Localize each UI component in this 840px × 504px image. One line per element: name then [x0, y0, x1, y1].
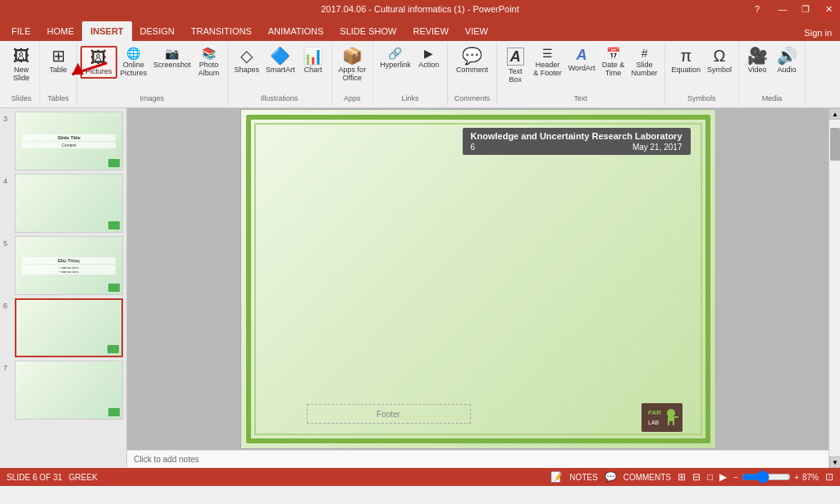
tables-group-items: ⊞ Table: [43, 44, 73, 93]
slide-thumbnail-4[interactable]: 4: [3, 174, 123, 233]
notes-label[interactable]: NOTES: [569, 473, 597, 482]
zoom-control[interactable]: − + 87%: [733, 470, 819, 484]
equation-icon: π: [680, 48, 692, 64]
chart-button[interactable]: 📊 Chart: [299, 46, 328, 75]
fit-to-window-icon[interactable]: ⊡: [825, 471, 833, 483]
slide-thumbnail-5[interactable]: 5 Εδώ Τίτλος • κάποιο item• κάποιο item: [3, 236, 123, 295]
scroll-track[interactable]: [829, 120, 840, 456]
audio-button[interactable]: 🔊 Audio: [772, 46, 801, 75]
right-scrollbar: ▲ ▼: [829, 108, 840, 468]
action-button[interactable]: ▶ Action: [414, 46, 444, 70]
text-box-button[interactable]: A TextBox: [500, 46, 530, 85]
close-button[interactable]: ✕: [817, 0, 840, 18]
slide-thumbnail-6[interactable]: 6: [3, 298, 123, 357]
slide-mini-dog-4: [108, 221, 120, 229]
video-icon: 🎥: [747, 48, 768, 64]
ribbon-group-slides: 🖼 NewSlide Slides: [3, 43, 40, 106]
images-group-items: 🖼 Pictures 🌐 OnlinePictures 📷 Screenshot…: [80, 44, 224, 93]
view-normal-icon[interactable]: ⊞: [678, 471, 686, 483]
tab-transitions[interactable]: TRANSITIONS: [183, 21, 260, 41]
slide-number-icon: #: [641, 48, 648, 59]
comment-button[interactable]: 💬 Comment: [453, 46, 491, 75]
view-slideshow-icon[interactable]: ▶: [719, 471, 727, 483]
scroll-thumb[interactable]: [830, 128, 840, 161]
notes-placeholder: Click to add notes: [134, 455, 199, 464]
slide-logo: FAR LAB: [641, 403, 682, 432]
slide-preview-7[interactable]: [15, 361, 123, 420]
ribbon-group-apps: 📦 Apps forOffice Apps: [332, 43, 374, 106]
new-slide-button[interactable]: 🖼 NewSlide: [7, 46, 36, 84]
maximize-button[interactable]: ❐: [794, 0, 817, 18]
equation-button[interactable]: π Equation: [669, 46, 705, 75]
svg-rect-9: [674, 416, 678, 418]
ribbon-group-text: A TextBox ☰ Header& Footer A WordArt 📅 D…: [497, 43, 664, 106]
scroll-down-button[interactable]: ▼: [829, 456, 840, 468]
slide-content-7: [16, 361, 122, 419]
zoom-decrease-button[interactable]: −: [733, 473, 738, 482]
smartart-button[interactable]: 🔷 SmartArt: [262, 46, 299, 75]
hyperlink-button[interactable]: 🔗 Hyperlink: [377, 46, 414, 70]
online-pictures-icon: 🌐: [126, 48, 140, 59]
svg-text:LAB: LAB: [648, 420, 660, 425]
shapes-button[interactable]: ◇ Shapes: [231, 46, 263, 75]
svg-rect-6: [668, 416, 674, 421]
apps-for-office-button[interactable]: 📦 Apps forOffice: [336, 46, 370, 84]
scroll-up-button[interactable]: ▲: [829, 108, 840, 120]
tab-insert[interactable]: INSERT: [82, 21, 131, 41]
zoom-increase-button[interactable]: +: [794, 473, 799, 482]
pictures-button[interactable]: 🖼 Pictures: [80, 46, 117, 79]
screenshot-button[interactable]: 📷 Screenshot: [150, 46, 194, 70]
app-title: 2017.04.06 - Cultural informatics (1) - …: [321, 4, 519, 14]
tab-file[interactable]: FILE: [3, 21, 39, 41]
date-time-button[interactable]: 📅 Date &Time: [599, 46, 628, 79]
sign-in-button[interactable]: Sign in: [796, 25, 840, 41]
tab-slide-show[interactable]: SLIDE SHOW: [331, 21, 404, 41]
new-slide-icon: 🖼: [13, 48, 30, 64]
apps-group-items: 📦 Apps forOffice: [336, 44, 370, 93]
media-group-items: 🎥 Video 🔊 Audio: [742, 44, 801, 93]
minimize-button[interactable]: —: [771, 0, 794, 18]
comments-group-label: Comments: [451, 93, 494, 104]
tab-view[interactable]: VIEW: [457, 21, 496, 41]
tab-animations[interactable]: ANIMATIONS: [260, 21, 332, 41]
slide-panel: 3 Slide Title Content 4 5: [0, 108, 127, 468]
slide-number-button[interactable]: # SlideNumber: [628, 46, 661, 79]
view-slide-sorter-icon[interactable]: ⊟: [692, 471, 701, 483]
ribbon-group-images: 🖼 Pictures 🌐 OnlinePictures 📷 Screenshot…: [77, 43, 228, 106]
slide-preview-3[interactable]: Slide Title Content: [15, 111, 123, 170]
comments-icon[interactable]: 💬: [605, 471, 617, 483]
tab-design[interactable]: DESIGN: [132, 21, 183, 41]
slide-preview-5[interactable]: Εδώ Τίτλος • κάποιο item• κάποιο item: [15, 236, 123, 295]
zoom-level[interactable]: 87%: [802, 473, 819, 482]
online-pictures-button[interactable]: 🌐 OnlinePictures: [117, 46, 151, 79]
header-footer-button[interactable]: ☰ Header& Footer: [530, 46, 565, 79]
window-controls: — ❐ ✕: [771, 0, 840, 18]
notes-bar[interactable]: Click to add notes: [127, 450, 829, 468]
slide-container[interactable]: Knowledge and Uncertainty Research Labor…: [127, 108, 829, 450]
wordart-button[interactable]: A WordArt: [565, 46, 599, 74]
symbol-button[interactable]: Ω Symbol: [704, 46, 735, 75]
tab-home[interactable]: HOME: [39, 21, 82, 41]
slide-thumbnail-7[interactable]: 7: [3, 361, 123, 420]
photo-album-button[interactable]: 📚 PhotoAlbum: [194, 46, 224, 79]
help-button[interactable]: ?: [748, 0, 766, 18]
slide-preview-6[interactable]: [15, 298, 123, 357]
slide-content-6: [16, 300, 121, 356]
table-button[interactable]: ⊞ Table: [43, 46, 73, 75]
notes-icon[interactable]: 📝: [550, 471, 563, 483]
shapes-icon: ◇: [240, 48, 253, 64]
slide-thumbnail-3[interactable]: 3 Slide Title Content: [3, 111, 123, 170]
apps-group-label: Apps: [340, 93, 364, 104]
slide-content-5: Εδώ Τίτλος • κάποιο item• κάποιο item: [16, 237, 122, 294]
view-reading-icon[interactable]: □: [707, 471, 713, 483]
zoom-slider[interactable]: [742, 470, 791, 484]
links-group-items: 🔗 Hyperlink ▶ Action: [377, 44, 444, 93]
slide-preview-4[interactable]: [15, 174, 123, 233]
svg-point-5: [667, 409, 675, 417]
svg-text:FAR: FAR: [648, 409, 661, 416]
tooltip-title: Knowledge and Uncertainty Research Labor…: [471, 131, 682, 141]
comments-label[interactable]: COMMENTS: [623, 473, 671, 482]
slide-border-inner: [254, 123, 702, 435]
video-button[interactable]: 🎥 Video: [742, 46, 772, 75]
tab-review[interactable]: REVIEW: [404, 21, 456, 41]
